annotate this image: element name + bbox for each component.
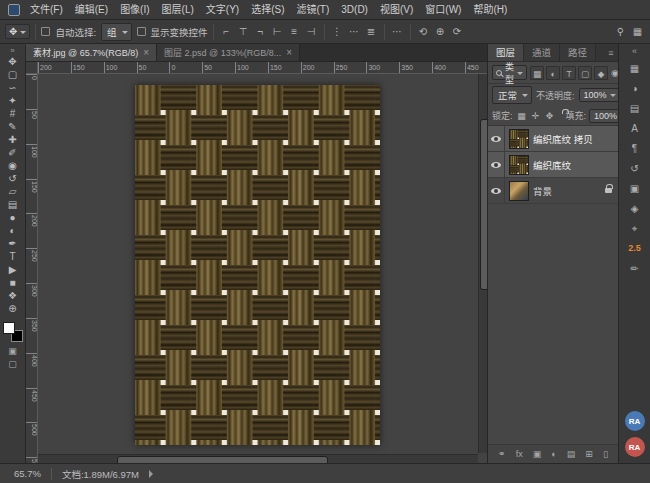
pen-tool[interactable]: ✒ [2, 237, 24, 250]
foreground-color-swatch[interactable] [3, 322, 15, 334]
tab-close-icon[interactable] [143, 47, 149, 58]
visibility-toggle[interactable] [488, 152, 505, 177]
navigator-panel-icon[interactable]: ⌖ [625, 221, 645, 236]
stock-badge[interactable]: 2.5 [625, 241, 645, 256]
character-panel-icon[interactable]: A [625, 121, 645, 136]
shape-tool[interactable]: ■ [2, 276, 24, 289]
menu-item[interactable]: 文字(Y) [200, 0, 245, 19]
distribute-vertical-icon[interactable]: ⋮ [330, 23, 345, 41]
panel-menu-icon[interactable]: ≡ [604, 44, 618, 61]
vertical-ruler[interactable]: 050100150200250300350400450500550 [26, 74, 38, 463]
visibility-toggle[interactable] [488, 178, 505, 203]
history-panel-icon[interactable]: ↺ [625, 161, 645, 176]
document-tab[interactable]: 图层 2.psd @ 133%(RGB/8... [157, 44, 300, 61]
panel-tab[interactable]: 图层 [488, 44, 524, 61]
align-horizontal-centers-icon[interactable]: ≡ [287, 23, 302, 41]
paragraph-panel-icon[interactable]: ¶ [625, 141, 645, 156]
path-select-tool[interactable]: ▶ [2, 263, 24, 276]
toolbar-collapse-icon[interactable]: » [10, 46, 14, 55]
visibility-toggle[interactable] [488, 126, 505, 151]
align-vertical-centers-icon[interactable]: ⊤ [236, 23, 251, 41]
lock-pixels-icon[interactable]: ✛ [530, 111, 542, 121]
document-tab[interactable]: 素材.jpg @ 65.7%(RGB/8) [26, 44, 157, 61]
menu-item[interactable]: 图层(L) [156, 0, 200, 19]
horizontal-ruler[interactable]: 2001501005005010015020025030035040045050… [38, 62, 487, 74]
panel-tab[interactable]: 通道 [524, 44, 560, 61]
document-canvas[interactable] [135, 85, 380, 445]
align-left-edges-icon[interactable]: ⊢ [270, 23, 285, 41]
menu-item[interactable]: 编辑(E) [69, 0, 114, 19]
filter-shape-layers-icon[interactable]: ▢ [578, 66, 592, 80]
filter-adjustment-layers-icon[interactable]: ◐ [546, 66, 560, 80]
blur-tool[interactable]: ● [2, 211, 24, 224]
crop-tool[interactable]: # [2, 107, 24, 120]
marquee-tool[interactable]: ▢ [2, 68, 24, 81]
layer-mask-icon[interactable]: ▣ [533, 445, 542, 463]
menu-item[interactable]: 3D(D) [335, 0, 374, 19]
adjustment-layer-icon[interactable]: ◐ [551, 445, 556, 463]
vertical-scrollbar[interactable] [478, 74, 487, 453]
opacity-field[interactable]: 100% [579, 88, 618, 102]
brushes-panel-icon[interactable]: ✏ [625, 261, 645, 276]
history-brush-tool[interactable]: ↺ [2, 172, 24, 185]
clone-stamp-tool[interactable]: ◉ [2, 159, 24, 172]
expand-dock-icon[interactable]: « [632, 46, 637, 56]
delete-layer-icon[interactable]: ▯ [603, 445, 608, 463]
show-transform-checkbox[interactable] [137, 27, 146, 36]
lock-transparency-icon[interactable]: ▦ [516, 111, 528, 121]
properties-panel-icon[interactable]: ▣ [625, 181, 645, 196]
search-icon[interactable]: ⚲ [613, 23, 628, 41]
blend-mode-dropdown[interactable]: 正常 [492, 86, 532, 104]
filter-toggle-icon[interactable]: ◉ [611, 68, 618, 78]
filter-type-layers-icon[interactable]: T [562, 66, 576, 80]
color-panel-icon[interactable]: ▦ [625, 61, 645, 76]
layer-filter-kind-dropdown[interactable]: 类型 [492, 65, 527, 80]
tab-close-icon[interactable] [286, 47, 292, 58]
zoom-tool[interactable]: ⊕ [2, 302, 24, 315]
link-layers-icon[interactable]: ⚭ [498, 445, 506, 463]
dodge-tool[interactable]: ◐ [2, 224, 24, 237]
filter-smart-objects-icon[interactable]: ◆ [594, 66, 608, 80]
new-layer-icon[interactable]: ⊞ [585, 445, 593, 463]
libraries-panel-icon[interactable]: ▤ [625, 101, 645, 116]
menu-item[interactable]: 视图(V) [374, 0, 419, 19]
layer-row[interactable]: 编织底纹 拷贝 [488, 126, 618, 152]
brush-tool[interactable]: ✐ [2, 146, 24, 159]
menu-item[interactable]: 图像(I) [114, 0, 155, 19]
layer-group-icon[interactable]: ▤ [567, 445, 576, 463]
menu-item[interactable]: 帮助(H) [467, 0, 513, 19]
workspace-switcher-icon[interactable]: ▦ [630, 23, 645, 41]
distribute-evenly-icon[interactable]: ≣ [364, 23, 379, 41]
eraser-tool[interactable]: ▱ [2, 185, 24, 198]
status-options-icon[interactable] [149, 470, 157, 478]
fill-field[interactable]: 100% [589, 109, 618, 123]
layer-name[interactable]: 背景 [533, 184, 552, 198]
auto-select-checkbox[interactable] [41, 27, 50, 36]
menu-item[interactable]: 窗口(W) [419, 0, 467, 19]
layer-thumbnail[interactable] [509, 155, 529, 175]
menu-item[interactable]: 滤镜(T) [291, 0, 336, 19]
filter-pixel-layers-icon[interactable]: ▦ [530, 66, 544, 80]
layer-name[interactable]: 编织底纹 [533, 158, 571, 172]
align-right-edges-icon[interactable]: ⊣ [304, 23, 319, 41]
adjustments-panel-icon[interactable]: ◑ [625, 81, 645, 96]
move-tool[interactable]: ✥ [2, 55, 24, 68]
3d-roll-icon[interactable]: ⊕ [433, 23, 448, 41]
3d-rotate-icon[interactable]: ⟲ [416, 23, 431, 41]
quick-selection-tool[interactable]: ✦ [2, 94, 24, 107]
gradient-tool[interactable]: ▤ [2, 198, 24, 211]
hand-tool[interactable]: ❖ [2, 289, 24, 302]
align-top-edges-icon[interactable]: ⌐ [219, 23, 234, 41]
horizontal-scrollbar[interactable] [38, 454, 478, 463]
healing-brush-tool[interactable]: ✚ [2, 133, 24, 146]
zoom-level-field[interactable]: 65.7% [14, 468, 41, 479]
type-tool[interactable]: T [2, 250, 24, 263]
more-options-icon[interactable]: ⋯ [390, 23, 405, 41]
layer-thumbnail[interactable] [509, 129, 529, 149]
screen-mode-icon[interactable]: ▢ [2, 358, 24, 371]
panel-tab[interactable]: 路径 [560, 44, 596, 61]
layer-effects-icon[interactable]: fx [516, 445, 523, 463]
ruler-origin-box[interactable] [26, 62, 38, 74]
layer-row[interactable]: 编织底纹 [488, 152, 618, 178]
3d-drag-icon[interactable]: ⟳ [450, 23, 465, 41]
